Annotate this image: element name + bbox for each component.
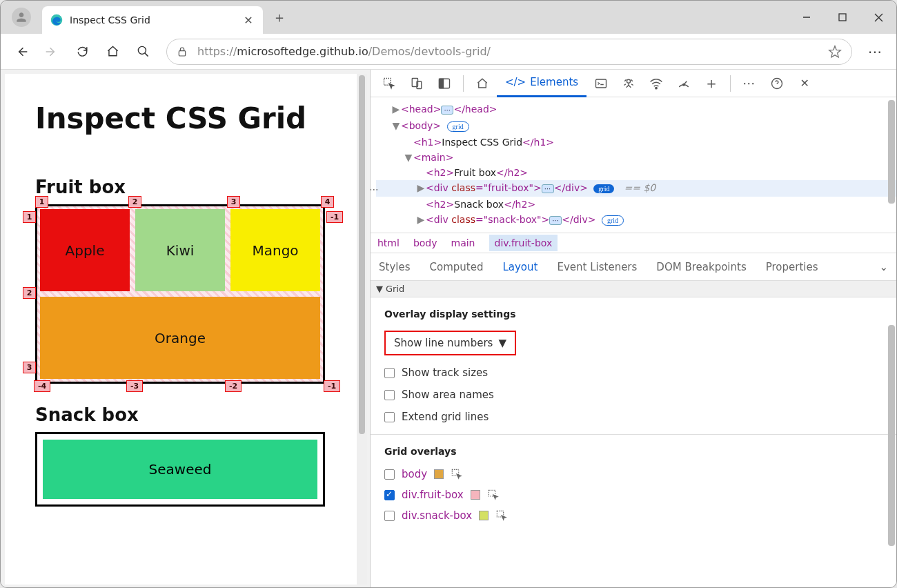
line-numbers-dropdown[interactable]: Show line numbers▼	[384, 331, 516, 355]
sources-tab-icon[interactable]	[615, 72, 642, 95]
overlay-snack-row[interactable]: div.snack-box	[384, 509, 883, 522]
address-bar[interactable]: https://microsoftedge.github.io/Demos/de…	[166, 39, 852, 65]
subtab-computed[interactable]: Computed	[430, 261, 484, 273]
svg-point-18	[683, 84, 685, 86]
page-heading: Inspect CSS Grid	[35, 101, 326, 135]
crumb-selected[interactable]: div.fruit-box	[489, 235, 558, 251]
gridline-label: 4	[321, 196, 334, 208]
gridline-label: 2	[128, 196, 141, 208]
snack-box-heading: Snack box	[35, 404, 326, 425]
cell-orange: Orange	[40, 297, 320, 379]
page-viewport: Inspect CSS Grid Fruit box Apple Kiwi Ma…	[1, 70, 370, 588]
browser-toolbar: https://microsoftedge.github.io/Demos/de…	[1, 34, 896, 70]
gridline-label: -4	[34, 380, 50, 392]
svg-rect-15	[596, 79, 607, 88]
show-area-names-checkbox[interactable]: Show area names	[384, 389, 883, 401]
cell-seaweed: Seaweed	[43, 440, 317, 499]
console-tab-icon[interactable]	[588, 72, 614, 95]
extend-grid-lines-checkbox[interactable]: Extend grid lines	[384, 411, 883, 423]
back-button[interactable]	[8, 38, 35, 66]
svg-point-16	[627, 79, 631, 83]
network-tab-icon[interactable]	[643, 72, 669, 95]
inspect-element-button[interactable]	[376, 72, 402, 95]
help-button[interactable]	[764, 72, 790, 95]
dock-button[interactable]	[431, 72, 457, 95]
add-tab-button[interactable]: ＋	[698, 72, 724, 95]
svg-line-8	[144, 53, 148, 57]
reveal-icon[interactable]	[487, 489, 500, 500]
cell-kiwi: Kiwi	[135, 209, 225, 291]
svg-rect-14	[440, 79, 444, 88]
subtab-properties[interactable]: Properties	[766, 261, 818, 273]
crumb-main[interactable]: main	[451, 237, 475, 248]
subtab-styles[interactable]: Styles	[379, 261, 411, 273]
gridline-label: -2	[225, 380, 241, 392]
url-path: /Demos/devtools-grid/	[368, 45, 491, 58]
breadcrumb: html body main div.fruit-box	[371, 233, 896, 253]
dom-tree[interactable]: ▶<head>⋯</head> ▼<body> grid <h1>Inspect…	[371, 97, 896, 233]
layout-panel: Overlay display settings Show line numbe…	[371, 297, 896, 541]
gridline-label: -1	[326, 211, 343, 223]
overlay-settings-heading: Overlay display settings	[384, 308, 883, 320]
reveal-icon[interactable]	[495, 510, 508, 521]
crumb-html[interactable]: html	[377, 237, 400, 248]
gridline-label: 2	[23, 287, 36, 299]
search-button[interactable]	[129, 38, 157, 66]
subtab-layout[interactable]: Layout	[502, 261, 538, 273]
gridline-label: -1	[324, 380, 340, 392]
welcome-tab[interactable]	[469, 72, 495, 95]
browser-title-bar: Inspect CSS Grid ✕ ＋	[1, 1, 896, 34]
home-button[interactable]	[99, 38, 126, 66]
lock-icon	[177, 46, 188, 57]
reload-button[interactable]	[68, 38, 96, 66]
devtools-panel: </>Elements ＋ ⋯ ✕ ▶<head>⋯</head> ▼<body…	[370, 70, 896, 588]
svg-point-17	[656, 87, 657, 88]
dom-scrollbar[interactable]	[888, 100, 895, 204]
window-maximize-button[interactable]	[825, 1, 860, 34]
performance-tab-icon[interactable]	[671, 72, 697, 95]
devtools-toolbar: </>Elements ＋ ⋯ ✕	[371, 70, 896, 97]
gridline-label: 1	[23, 211, 36, 223]
layout-scrollbar[interactable]	[888, 325, 895, 546]
grid-section-header[interactable]: ▼Grid	[371, 281, 896, 297]
gridline-label: 3	[227, 196, 240, 208]
cell-mango: Mango	[230, 209, 320, 291]
fruit-box-heading: Fruit box	[35, 177, 326, 197]
content-area: Inspect CSS Grid Fruit box Apple Kiwi Ma…	[1, 70, 896, 588]
forward-button[interactable]	[38, 38, 66, 66]
overlay-fruit-row[interactable]: div.fruit-box	[384, 489, 883, 501]
cell-apple: Apple	[40, 209, 130, 291]
device-emulation-button[interactable]	[404, 72, 430, 95]
show-track-sizes-checkbox[interactable]: Show track sizes	[384, 366, 883, 379]
gridline-label: 1	[35, 196, 48, 208]
window-close-button[interactable]	[860, 1, 896, 34]
devtools-close-button[interactable]: ✕	[791, 72, 818, 95]
subtab-dom-breakpoints[interactable]: DOM Breakpoints	[656, 261, 746, 273]
browser-tab[interactable]: Inspect CSS Grid ✕	[42, 6, 263, 34]
tab-title: Inspect CSS Grid	[70, 14, 242, 26]
fruit-box-grid: Apple Kiwi Mango Orange	[35, 204, 325, 384]
window-minimize-button[interactable]	[789, 1, 825, 34]
devtools-menu-button[interactable]: ⋯	[736, 72, 762, 95]
url-host: microsoftedge.github.io	[237, 45, 368, 58]
crumb-body[interactable]: body	[413, 237, 437, 248]
subtab-event-listeners[interactable]: Event Listeners	[557, 261, 637, 273]
elements-tab[interactable]: </>Elements	[497, 70, 586, 97]
profile-avatar[interactable]	[12, 8, 31, 27]
edge-icon	[50, 14, 63, 26]
grid-overlays-heading: Grid overlays	[384, 446, 883, 457]
tab-close-button[interactable]: ✕	[242, 14, 255, 26]
favorite-icon[interactable]	[828, 45, 842, 59]
svg-rect-9	[179, 50, 185, 55]
url-scheme: https://	[197, 45, 237, 58]
new-tab-button[interactable]: ＋	[273, 8, 286, 27]
svg-rect-2	[839, 14, 846, 21]
reveal-icon[interactable]	[451, 469, 463, 480]
chevron-down-icon[interactable]: ⌄	[879, 261, 888, 273]
gridline-label: 3	[23, 362, 36, 373]
menu-button[interactable]: ⋯	[862, 38, 889, 66]
styles-subtabs: Styles Computed Layout Event Listeners D…	[371, 253, 896, 281]
overlay-body-row[interactable]: body	[384, 468, 883, 480]
page-scrollbar[interactable]	[357, 74, 367, 585]
gridline-label: -3	[126, 380, 143, 392]
